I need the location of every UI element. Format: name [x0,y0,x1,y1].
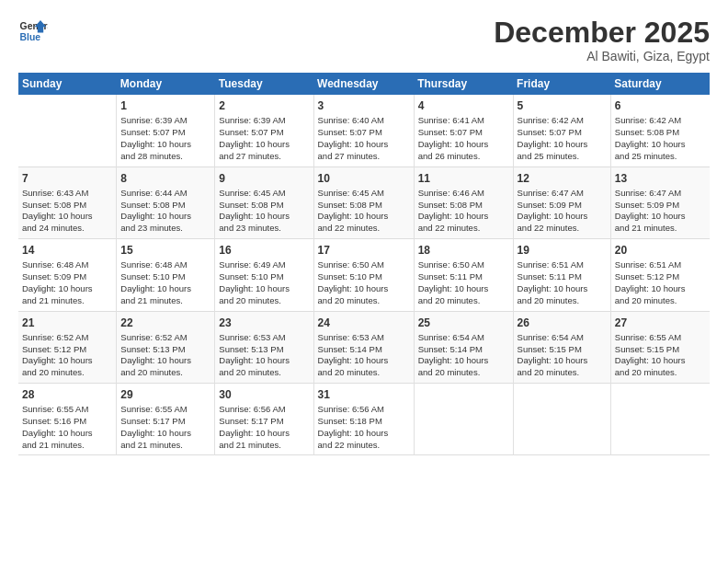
day-number: 26 [518,316,607,330]
day-number: 30 [219,387,309,402]
calendar-cell: 31Sunrise: 6:56 AM Sunset: 5:18 PM Dayli… [313,383,414,454]
day-number: 14 [22,243,112,258]
calendar-table: SundayMondayTuesdayWednesdayThursdayFrid… [18,73,710,455]
day-info: Sunrise: 6:43 AM Sunset: 5:08 PM Dayligh… [22,188,112,235]
day-number: 1 [120,98,210,113]
day-info: Sunrise: 6:50 AM Sunset: 5:11 PM Dayligh… [418,259,509,306]
header: General Blue December 2025 Al Bawiti, Gi… [18,17,710,63]
calendar-cell [513,383,610,454]
day-info: Sunrise: 6:55 AM Sunset: 5:15 PM Dayligh… [615,332,706,379]
weekday-header-cell: Tuesday [215,73,313,95]
day-info: Sunrise: 6:44 AM Sunset: 5:08 PM Dayligh… [120,188,210,235]
day-info: Sunrise: 6:46 AM Sunset: 5:08 PM Dayligh… [418,188,509,235]
calendar-cell: 20Sunrise: 6:51 AM Sunset: 5:12 PM Dayli… [610,239,710,311]
day-number: 10 [318,171,410,186]
day-number: 19 [518,243,607,258]
calendar-cell: 5Sunrise: 6:42 AM Sunset: 5:07 PM Daylig… [513,95,610,167]
day-info: Sunrise: 6:51 AM Sunset: 5:12 PM Dayligh… [615,259,706,306]
day-number: 20 [615,243,706,258]
day-info: Sunrise: 6:50 AM Sunset: 5:10 PM Dayligh… [318,259,410,306]
day-info: Sunrise: 6:47 AM Sunset: 5:09 PM Dayligh… [518,188,607,235]
calendar-cell [414,383,513,454]
day-info: Sunrise: 6:54 AM Sunset: 5:15 PM Dayligh… [518,332,607,379]
day-info: Sunrise: 6:52 AM Sunset: 5:13 PM Dayligh… [120,332,210,379]
day-info: Sunrise: 6:49 AM Sunset: 5:10 PM Dayligh… [219,259,309,306]
weekday-header-cell: Saturday [610,73,710,95]
calendar-week-row: 1Sunrise: 6:39 AM Sunset: 5:07 PM Daylig… [18,95,710,167]
calendar-cell: 8Sunrise: 6:44 AM Sunset: 5:08 PM Daylig… [117,167,215,238]
calendar-week-row: 7Sunrise: 6:43 AM Sunset: 5:08 PM Daylig… [18,167,710,238]
day-number: 21 [22,316,112,330]
calendar-cell: 27Sunrise: 6:55 AM Sunset: 5:15 PM Dayli… [610,311,710,383]
day-number: 11 [418,171,509,186]
calendar-cell: 3Sunrise: 6:40 AM Sunset: 5:07 PM Daylig… [313,95,414,167]
weekday-header-cell: Thursday [414,73,513,95]
weekday-header-cell: Friday [513,73,610,95]
calendar-cell: 6Sunrise: 6:42 AM Sunset: 5:08 PM Daylig… [610,95,710,167]
calendar-cell: 22Sunrise: 6:52 AM Sunset: 5:13 PM Dayli… [117,311,215,383]
day-info: Sunrise: 6:45 AM Sunset: 5:08 PM Dayligh… [219,188,309,235]
day-info: Sunrise: 6:56 AM Sunset: 5:17 PM Dayligh… [219,404,309,451]
calendar-week-row: 14Sunrise: 6:48 AM Sunset: 5:09 PM Dayli… [18,239,710,311]
day-number: 13 [615,171,706,186]
day-number: 22 [120,316,210,330]
day-info: Sunrise: 6:55 AM Sunset: 5:16 PM Dayligh… [22,404,112,451]
day-info: Sunrise: 6:39 AM Sunset: 5:07 PM Dayligh… [120,115,210,162]
calendar-cell: 13Sunrise: 6:47 AM Sunset: 5:09 PM Dayli… [610,167,710,238]
calendar-cell: 1Sunrise: 6:39 AM Sunset: 5:07 PM Daylig… [117,95,215,167]
subtitle: Al Bawiti, Giza, Egypt [494,49,710,63]
day-info: Sunrise: 6:47 AM Sunset: 5:09 PM Dayligh… [615,188,706,235]
calendar-body: 1Sunrise: 6:39 AM Sunset: 5:07 PM Daylig… [18,95,710,455]
day-info: Sunrise: 6:39 AM Sunset: 5:07 PM Dayligh… [219,115,309,162]
day-number: 23 [219,316,309,330]
calendar-cell: 28Sunrise: 6:55 AM Sunset: 5:16 PM Dayli… [18,383,117,454]
calendar-week-row: 28Sunrise: 6:55 AM Sunset: 5:16 PM Dayli… [18,383,710,454]
calendar-cell: 21Sunrise: 6:52 AM Sunset: 5:12 PM Dayli… [18,311,117,383]
weekday-header-row: SundayMondayTuesdayWednesdayThursdayFrid… [18,73,710,95]
day-info: Sunrise: 6:48 AM Sunset: 5:09 PM Dayligh… [22,259,112,306]
day-number: 4 [418,98,509,113]
day-number: 18 [418,243,509,258]
page: General Blue December 2025 Al Bawiti, Gi… [0,0,728,563]
calendar-cell: 14Sunrise: 6:48 AM Sunset: 5:09 PM Dayli… [18,239,117,311]
calendar-cell: 12Sunrise: 6:47 AM Sunset: 5:09 PM Dayli… [513,167,610,238]
day-info: Sunrise: 6:42 AM Sunset: 5:07 PM Dayligh… [518,115,607,162]
day-info: Sunrise: 6:40 AM Sunset: 5:07 PM Dayligh… [318,115,410,162]
day-info: Sunrise: 6:42 AM Sunset: 5:08 PM Dayligh… [615,115,706,162]
day-info: Sunrise: 6:41 AM Sunset: 5:07 PM Dayligh… [418,115,509,162]
logo: General Blue [18,17,48,46]
calendar-cell: 7Sunrise: 6:43 AM Sunset: 5:08 PM Daylig… [18,167,117,238]
main-title: December 2025 [494,17,710,49]
day-info: Sunrise: 6:45 AM Sunset: 5:08 PM Dayligh… [318,188,410,235]
logo-icon: General Blue [18,17,48,46]
day-number: 24 [318,316,410,330]
calendar-cell: 26Sunrise: 6:54 AM Sunset: 5:15 PM Dayli… [513,311,610,383]
calendar-cell: 11Sunrise: 6:46 AM Sunset: 5:08 PM Dayli… [414,167,513,238]
calendar-cell: 17Sunrise: 6:50 AM Sunset: 5:10 PM Dayli… [313,239,414,311]
day-number: 16 [219,243,309,258]
day-number: 6 [615,98,706,113]
day-info: Sunrise: 6:51 AM Sunset: 5:11 PM Dayligh… [518,259,607,306]
calendar-cell: 4Sunrise: 6:41 AM Sunset: 5:07 PM Daylig… [414,95,513,167]
svg-text:Blue: Blue [20,32,41,42]
day-number: 29 [120,387,210,402]
calendar-cell: 15Sunrise: 6:48 AM Sunset: 5:10 PM Dayli… [117,239,215,311]
day-number: 12 [518,171,607,186]
calendar-cell: 19Sunrise: 6:51 AM Sunset: 5:11 PM Dayli… [513,239,610,311]
day-info: Sunrise: 6:56 AM Sunset: 5:18 PM Dayligh… [318,404,410,451]
calendar-cell: 24Sunrise: 6:53 AM Sunset: 5:14 PM Dayli… [313,311,414,383]
calendar-cell: 10Sunrise: 6:45 AM Sunset: 5:08 PM Dayli… [313,167,414,238]
day-info: Sunrise: 6:53 AM Sunset: 5:13 PM Dayligh… [219,332,309,379]
calendar-cell: 2Sunrise: 6:39 AM Sunset: 5:07 PM Daylig… [215,95,313,167]
calendar-cell: 18Sunrise: 6:50 AM Sunset: 5:11 PM Dayli… [414,239,513,311]
calendar-cell: 23Sunrise: 6:53 AM Sunset: 5:13 PM Dayli… [215,311,313,383]
day-info: Sunrise: 6:52 AM Sunset: 5:12 PM Dayligh… [22,332,112,379]
calendar-cell: 9Sunrise: 6:45 AM Sunset: 5:08 PM Daylig… [215,167,313,238]
calendar-cell: 16Sunrise: 6:49 AM Sunset: 5:10 PM Dayli… [215,239,313,311]
day-number: 3 [318,98,410,113]
calendar-week-row: 21Sunrise: 6:52 AM Sunset: 5:12 PM Dayli… [18,311,710,383]
calendar-cell [610,383,710,454]
title-block: December 2025 Al Bawiti, Giza, Egypt [494,17,710,63]
weekday-header-cell: Wednesday [313,73,414,95]
day-number: 25 [418,316,509,330]
